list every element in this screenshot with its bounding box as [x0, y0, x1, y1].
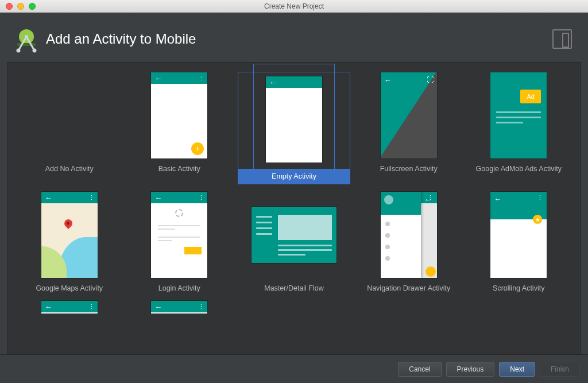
- svg-rect-1: [17, 43, 36, 46]
- back-arrow-icon: ←: [384, 76, 392, 84]
- thumbnail-empty-activity: ←: [265, 76, 323, 163]
- thumbnail-master-detail-flow: [251, 206, 337, 264]
- overflow-icon: ⋮: [88, 194, 94, 202]
- back-arrow-icon: ←: [45, 194, 52, 202]
- avatar-icon: [175, 209, 183, 217]
- thumbnail-scrolling-activity: ← ⋮ ★: [490, 191, 547, 278]
- thumbnail-no-activity: [41, 72, 98, 159]
- activity-label: Google Maps Activity: [36, 284, 103, 293]
- overflow-icon: ⋮: [198, 303, 204, 311]
- activity-option-google-maps-activity[interactable]: ←⋮ Google Maps Activity: [18, 191, 121, 293]
- page-heading: Add an Activity to Mobile: [46, 31, 196, 47]
- android-studio-logo-icon: [10, 23, 42, 55]
- star-icon: ★: [533, 215, 542, 224]
- activity-label: Scrolling Activity: [493, 284, 544, 293]
- overflow-icon: ⋮: [88, 303, 94, 311]
- activity-label: Master/Detail Flow: [264, 284, 324, 293]
- map-pin-icon: [63, 218, 74, 229]
- fab-icon: [425, 266, 436, 277]
- activity-label: Basic Activity: [158, 165, 200, 174]
- activity-option-fullscreen-activity[interactable]: ← ⛶ Fullscreen Activity: [357, 72, 461, 184]
- back-arrow-icon: ←: [154, 194, 162, 202]
- finish-button: Finish: [540, 362, 580, 377]
- back-arrow-icon: ←: [269, 79, 277, 86]
- cancel-button[interactable]: Cancel: [398, 362, 441, 377]
- back-arrow-icon: ←: [154, 303, 162, 311]
- activity-option-scrolling-activity[interactable]: ← ⋮ ★ Scrolling Activity: [467, 191, 571, 293]
- activity-option-partial-1[interactable]: ←⋮: [18, 300, 121, 314]
- fullscreen-icon: ⛶: [427, 76, 434, 84]
- activity-option-empty-activity[interactable]: ← Empty Activity: [238, 72, 350, 184]
- thumbnail-navigation-drawer-activity: ← ⋮: [380, 191, 438, 278]
- thumbnail-partial: ←⋮: [41, 300, 98, 314]
- svg-point-4: [25, 35, 28, 38]
- overflow-icon: ⋮: [198, 194, 204, 202]
- thumbnail-login-activity: ←⋮: [150, 191, 208, 278]
- previous-button[interactable]: Previous: [446, 362, 495, 377]
- activity-label: Google AdMob Ads Activity: [476, 165, 562, 174]
- overflow-icon: ⋮: [537, 194, 543, 202]
- next-button[interactable]: Next: [499, 362, 535, 377]
- thumbnail-partial: ←⋮: [150, 300, 208, 314]
- thumbnail-admob-activity: Ad: [490, 72, 547, 159]
- ad-badge: Ad: [520, 90, 541, 103]
- activity-label: Navigation Drawer Activity: [367, 284, 450, 293]
- activity-option-navigation-drawer-activity[interactable]: ← ⋮ Navigation Drawer Activity: [357, 191, 461, 293]
- activity-label: Empty Activity: [238, 169, 350, 184]
- back-arrow-icon: ←: [154, 75, 162, 82]
- activity-option-add-no-activity[interactable]: Add No Activity: [18, 72, 121, 184]
- activity-label: Login Activity: [158, 284, 200, 293]
- activity-label: Add No Activity: [45, 165, 94, 174]
- window-titlebar: Create New Project: [0, 0, 588, 13]
- avatar-icon: [384, 195, 393, 204]
- thumbnail-fullscreen-activity: ← ⛶: [380, 72, 438, 159]
- activity-option-admob-activity[interactable]: Ad Google AdMob Ads Activity: [467, 72, 571, 184]
- activity-label: Fullscreen Activity: [380, 165, 438, 174]
- thumbnail-basic-activity: ←⋮ +: [150, 72, 208, 159]
- svg-point-6: [33, 49, 37, 53]
- thumbnail-google-maps-activity: ←⋮: [41, 191, 98, 278]
- svg-point-5: [17, 49, 21, 53]
- activity-option-login-activity[interactable]: ←⋮ Login Activity: [128, 191, 231, 293]
- activity-option-master-detail-flow[interactable]: Master/Detail Flow: [238, 191, 350, 293]
- window-title: Create New Project: [0, 2, 588, 10]
- overflow-icon: ⋮: [198, 75, 204, 82]
- fab-icon: +: [191, 142, 204, 155]
- activity-option-basic-activity[interactable]: ←⋮ + Basic Activity: [128, 72, 231, 184]
- form-factor-icon: [552, 29, 572, 49]
- overflow-icon: ⋮: [427, 194, 434, 202]
- wizard-footer: Cancel Previous Next Finish: [0, 354, 588, 383]
- back-arrow-icon: ←: [494, 195, 501, 203]
- activity-option-partial-2[interactable]: ←⋮: [128, 300, 231, 314]
- back-arrow-icon: ←: [45, 303, 52, 311]
- activity-gallery: Add No Activity ←⋮ + Basic Activity ← Em…: [7, 62, 581, 354]
